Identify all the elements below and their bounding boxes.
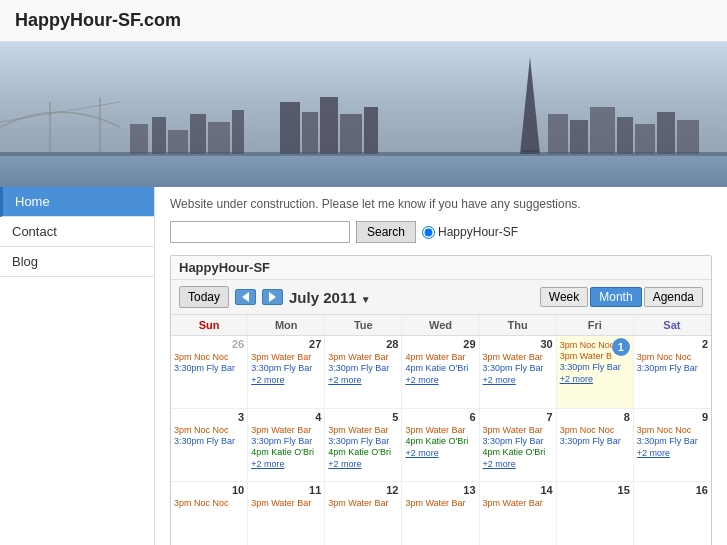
- cal-cell-jun28: 28 3pm Water Bar 3:30pm Fly Bar +2 more: [325, 336, 402, 408]
- dropdown-arrow-icon[interactable]: ▼: [361, 294, 371, 305]
- day-header-fri: Fri: [557, 315, 634, 335]
- cal-cell-jul1: 1 3pm Noc Noc 3pm Water Bar 3:30pm Fly B…: [557, 336, 634, 408]
- more-link[interactable]: +2 more: [328, 375, 361, 385]
- search-radio-label[interactable]: HappyHour-SF: [422, 225, 518, 239]
- svg-rect-24: [677, 120, 699, 154]
- prev-month-button[interactable]: [235, 289, 256, 305]
- svg-rect-25: [0, 152, 727, 156]
- cal-cell-jul15: 15: [557, 482, 634, 545]
- cal-cell-jul5: 5 3pm Water Bar 3:30pm Fly Bar 4pm Katie…: [325, 409, 402, 481]
- right-arrow-icon: [269, 292, 276, 302]
- day-header-mon: Mon: [248, 315, 325, 335]
- cal-cell-jun30: 30 3pm Water Bar 3:30pm Fly Bar +2 more: [480, 336, 557, 408]
- search-button[interactable]: Search: [356, 221, 416, 243]
- svg-rect-23: [657, 112, 675, 154]
- cal-cell-jul9: 9 3pm Noc Noc 3:30pm Fly Bar +2 more: [634, 409, 711, 481]
- calendar-header: Today July 2011 ▼ Week Month Agenda: [171, 280, 711, 315]
- svg-rect-8: [190, 114, 206, 154]
- svg-rect-6: [152, 117, 166, 154]
- svg-rect-15: [364, 107, 378, 154]
- svg-rect-19: [570, 120, 588, 154]
- cal-cell-jun29: 29 4pm Water Bar 4pm Katie O'Bri +2 more: [402, 336, 479, 408]
- cal-cell-jul6: 6 3pm Water Bar 4pm Katie O'Bri +2 more: [402, 409, 479, 481]
- sidebar-item-home[interactable]: Home: [0, 187, 154, 217]
- svg-rect-18: [548, 114, 568, 154]
- cal-cell-jul3: 3 3pm Noc Noc 3:30pm Fly Bar: [171, 409, 248, 481]
- more-link[interactable]: +2 more: [328, 459, 361, 469]
- svg-rect-14: [340, 114, 362, 154]
- more-link[interactable]: +2 more: [560, 374, 593, 384]
- cal-cell-jul7: 7 3pm Water Bar 3:30pm Fly Bar 4pm Katie…: [480, 409, 557, 481]
- cal-cell-jun26: 26 3pm Noc Noc 3:30pm Fly Bar: [171, 336, 248, 408]
- today-button[interactable]: Today: [179, 286, 229, 308]
- more-link[interactable]: +2 more: [251, 459, 284, 469]
- svg-rect-21: [617, 117, 633, 154]
- day-header-sat: Sat: [634, 315, 711, 335]
- day-header-thu: Thu: [480, 315, 557, 335]
- more-link[interactable]: +2 more: [637, 448, 670, 458]
- more-link[interactable]: +2 more: [405, 448, 438, 458]
- more-link[interactable]: +2 more: [405, 375, 438, 385]
- calendar-month-title: July 2011 ▼: [289, 289, 371, 306]
- banner-image: [0, 42, 727, 187]
- notice-text: Website under construction. Please let m…: [170, 197, 712, 211]
- more-link[interactable]: +2 more: [483, 459, 516, 469]
- agenda-view-button[interactable]: Agenda: [644, 287, 703, 307]
- cal-cell-jul12: 12 3pm Water Bar: [325, 482, 402, 545]
- svg-rect-12: [302, 112, 318, 154]
- svg-rect-10: [232, 110, 244, 154]
- calendar: HappyHour-SF Today July 2011 ▼: [170, 255, 712, 545]
- day-header-tue: Tue: [325, 315, 402, 335]
- sidebar-item-contact[interactable]: Contact: [0, 217, 154, 247]
- svg-rect-7: [168, 130, 188, 154]
- calendar-week-3: 10 3pm Noc Noc 11 3pm Water Bar 12 3pm W…: [171, 482, 711, 545]
- calendar-grid: Sun Mon Tue Wed Thu Fri Sat 26 3pm Noc N…: [171, 315, 711, 545]
- svg-rect-1: [0, 152, 727, 187]
- svg-rect-9: [208, 122, 230, 154]
- svg-rect-22: [635, 124, 655, 154]
- site-title: HappyHour-SF.com: [15, 10, 712, 31]
- search-radio[interactable]: [422, 226, 435, 239]
- more-link[interactable]: +2 more: [483, 375, 516, 385]
- svg-rect-11: [280, 102, 300, 154]
- day-header-wed: Wed: [402, 315, 479, 335]
- week-view-button[interactable]: Week: [540, 287, 588, 307]
- more-link[interactable]: +2 more: [251, 375, 284, 385]
- cal-cell-jul16: 16: [634, 482, 711, 545]
- calendar-week-2: 3 3pm Noc Noc 3:30pm Fly Bar 4 3pm Water…: [171, 409, 711, 482]
- left-arrow-icon: [242, 292, 249, 302]
- day-header-sun: Sun: [171, 315, 248, 335]
- cal-cell-jul8: 8 3pm Noc Noc 3:30pm Fly Bar: [557, 409, 634, 481]
- svg-rect-5: [130, 124, 148, 154]
- svg-rect-20: [590, 107, 615, 154]
- calendar-title: HappyHour-SF: [171, 256, 711, 280]
- cal-cell-jul13: 13 3pm Water Bar: [402, 482, 479, 545]
- search-input[interactable]: [170, 221, 350, 243]
- cal-cell-jul4: 4 3pm Water Bar 3:30pm Fly Bar 4pm Katie…: [248, 409, 325, 481]
- cal-cell-jul14: 14 3pm Water Bar: [480, 482, 557, 545]
- next-month-button[interactable]: [262, 289, 283, 305]
- cal-cell-jul11: 11 3pm Water Bar: [248, 482, 325, 545]
- month-view-button[interactable]: Month: [590, 287, 641, 307]
- search-bar: Search HappyHour-SF: [170, 221, 712, 243]
- calendar-day-headers: Sun Mon Tue Wed Thu Fri Sat: [171, 315, 711, 336]
- cal-cell-jul10: 10 3pm Noc Noc: [171, 482, 248, 545]
- svg-rect-13: [320, 97, 338, 154]
- cal-cell-jun27: 27 3pm Water Bar 3:30pm Fly Bar +2 more: [248, 336, 325, 408]
- calendar-week-1: 26 3pm Noc Noc 3:30pm Fly Bar 27 3pm Wat…: [171, 336, 711, 409]
- sidebar: Home Contact Blog: [0, 187, 155, 545]
- sidebar-item-blog[interactable]: Blog: [0, 247, 154, 277]
- cal-cell-jul2: 2 3pm Noc Noc 3:30pm Fly Bar: [634, 336, 711, 408]
